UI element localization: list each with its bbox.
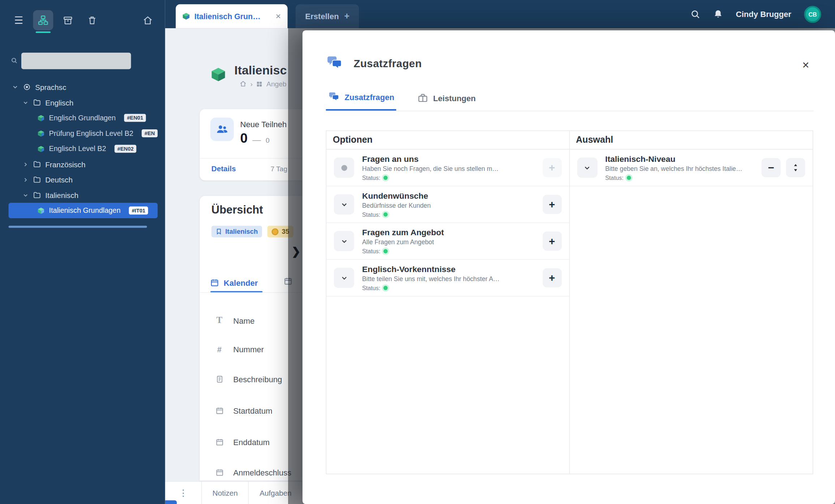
archive-button[interactable] [57,10,78,30]
options-header: Optionen [326,131,569,150]
status-dot [384,176,388,180]
course-cube-icon [37,114,45,122]
bottom-tab-notizen[interactable]: Notizen [201,482,248,504]
bell-icon[interactable] [713,9,723,19]
app-root: ☰ [0,0,835,504]
sidebar-search-input[interactable] [21,53,131,69]
avatar[interactable]: CB [804,5,821,22]
tree-view-button[interactable] [33,10,53,30]
expand-toggle-button[interactable] [334,231,354,251]
expand-toggle-button[interactable] [334,158,354,178]
bottom-tab-label: Notizen [213,488,238,497]
option-row-kundenwuensche: Kundenwünsche Bedürfnisse der Kunden Sta… [326,186,569,223]
chat-bubbles-icon [326,56,343,71]
field-enddatum[interactable]: Enddatum [215,434,270,450]
expand-toggle-button[interactable] [334,268,354,288]
folder-icon [33,191,41,199]
chat-bubbles-icon [328,92,339,102]
selection-row-italienisch-niveau: Italienisch-Niveau Bitte geben Sie an, w… [570,150,813,186]
hamburger-icon: ☰ [14,14,23,26]
field-name[interactable]: T Name [215,313,255,328]
menu-button[interactable]: ☰ [9,10,29,30]
dialog-tabs: Zusatzfragen Leistungen [326,85,478,111]
selection-title: Italienisch-Niveau [605,154,753,164]
participants-icon-tile [210,118,234,141]
search-icon[interactable] [690,9,700,19]
tree-course-italienisch-grundlagen[interactable]: Italienisch Grundlagen #IT01 [9,203,158,218]
plus-icon: + [549,161,555,174]
tree-course-englisch-grundlagen[interactable]: Englisch Grundlagen #EN01 [9,110,158,126]
chevron-down-icon[interactable] [12,83,18,90]
home-icon[interactable] [240,80,247,87]
calendar-icon [215,468,224,476]
panel-expand-button[interactable]: ❯ [289,243,303,259]
folder-icon [33,99,41,107]
field-label: Startdatum [233,406,272,415]
option-row-englisch-vorkenntnisse: Englisch-Vorkenntnisse Bitte teilen Sie … [326,260,569,297]
field-beschreibung[interactable]: Beschreibung [215,371,282,387]
bullet-icon [341,165,347,171]
dialog-close-button[interactable]: ✕ [798,57,814,73]
sort-updown-icon [792,163,800,172]
option-row-fragen-an-uns: Fragen an uns Haben Sie noch Fragen, die… [326,150,569,186]
status-dot [384,249,388,253]
bottom-tab-label: Aufgaben [260,488,291,497]
chevron-down-icon[interactable] [22,99,29,106]
tab-kalender[interactable]: Kalender [210,275,258,290]
tree-folder-franzoesisch[interactable]: Französisch [0,156,165,172]
breadcrumb-separator: › [250,80,252,88]
expand-toggle-button[interactable] [577,158,597,178]
home-button[interactable] [137,10,158,30]
field-label: Enddatum [233,437,270,446]
option-row-fragen-zum-angebot: Fragen zum Angebot Alle Fragen zum Angeb… [326,223,569,260]
field-nummer[interactable]: # Nummer [215,341,264,357]
field-label: Nummer [233,345,264,354]
tree-horizontal-scrollbar[interactable] [9,226,147,228]
tree-folder-deutsch[interactable]: Deutsch [0,172,165,188]
tab-leistungen[interactable]: Leistungen [416,85,478,111]
selection-actions: − [762,158,805,177]
tree-course-englisch-level-b2[interactable]: Englisch Level B2 #EN02 [9,141,158,156]
tree-root-item[interactable]: Sprachsc [0,79,165,95]
field-label: Beschreibung [233,374,282,383]
status-dot [384,212,388,217]
close-icon[interactable]: ✕ [275,12,281,20]
field-startdatum[interactable]: Startdatum [215,402,273,418]
tab-erstellen[interactable]: Erstellen + [296,4,359,28]
course-badge: #EN02 [115,145,136,153]
archive-icon [63,15,73,25]
tree-folder-englisch[interactable]: Englisch [0,95,165,110]
add-option-button[interactable]: + [542,195,561,214]
add-option-button[interactable]: + [542,158,561,177]
plus-icon: + [549,235,555,247]
zusatzfragen-dialog: Zusatzfragen ✕ Zusatzfragen Leistungen [303,30,835,504]
overview-badges: Italienisch 35 [211,226,294,237]
reorder-button[interactable] [786,158,805,177]
remove-selection-button[interactable]: − [762,158,781,177]
status-dot [627,176,631,180]
chevron-down-icon[interactable] [22,192,29,198]
value-separator: — [252,135,261,145]
option-info: Fragen zum Angebot Alle Fragen zum Angeb… [362,228,535,255]
expand-toggle-button[interactable] [334,194,354,215]
tag-icon [216,228,222,235]
chevron-right-icon[interactable] [22,176,29,183]
add-option-button[interactable]: + [542,232,561,251]
tab-zusatzfragen[interactable]: Zusatzfragen [326,85,397,111]
breadcrumb-item[interactable]: Angeb [266,80,286,88]
trash-button[interactable] [82,10,102,30]
coin-icon [272,228,279,235]
tree-folder-italienisch[interactable]: Italienisch [0,188,165,203]
chevron-right-icon[interactable] [22,161,29,168]
sidebar-search [0,52,165,71]
add-option-button[interactable]: + [542,268,561,287]
plus-icon: + [549,198,555,211]
details-link[interactable]: Details [211,164,236,173]
field-anmeldeschluss[interactable]: Anmeldeschluss [215,464,291,480]
tree-course-pruefung-englisch[interactable]: Prüfung Englisch Level B2 #EN [9,126,158,141]
option-info: Fragen an uns Haben Sie noch Fragen, die… [362,154,535,181]
option-info: Kundenwünsche Bedürfnisse der Kunden Sta… [362,191,535,218]
document-icon [215,375,224,383]
option-title: Englisch-Vorkenntnisse [362,264,535,274]
tab-italienisch-grundlagen[interactable]: Italienisch Grun… ✕ [176,4,287,28]
